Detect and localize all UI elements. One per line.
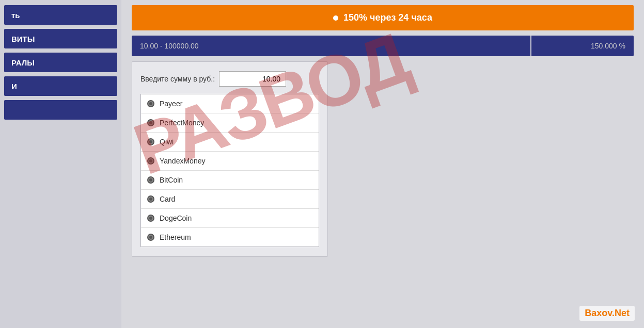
radio-qiwi[interactable] [147,138,154,145]
payment-item-qiwi[interactable]: Qiwi [141,133,319,152]
header-dot [333,15,338,21]
payment-item-yandexmoney[interactable]: YandexMoney [141,152,319,171]
payment-item-ethereum[interactable]: Ethereum [141,228,319,247]
radio-perfectmoney[interactable] [147,119,154,126]
range-row: 10.00 - 100000.00 150.000 % [132,36,634,56]
sidebar-item-5[interactable] [4,100,117,120]
payment-item-bitcoin[interactable]: BitCoin [141,171,319,190]
payment-item-perfectmoney[interactable]: PerfectMoney [141,113,319,133]
main-content: 150% через 24 часа 10.00 - 100000.00 150… [121,0,644,328]
radio-payeer[interactable] [147,100,154,107]
range-left: 10.00 - 100000.00 [132,36,530,56]
header-bar: 150% через 24 часа [132,5,634,30]
range-right: 150.000 % [530,36,634,56]
payment-name-card: Card [160,195,175,203]
payment-name-payeer: Payeer [160,100,182,108]
sidebar-item-3-label: РАЛЫ [11,58,35,67]
radio-card[interactable] [147,195,154,203]
amount-input[interactable] [219,71,286,87]
amount-label: Введите сумму в руб.: [140,75,215,83]
payment-list: Payeer PerfectMoney Qiwi YandexMoney Bit [140,94,319,247]
sidebar-item-4[interactable]: И [4,76,117,96]
sidebar-item-4-label: И [11,82,17,91]
sidebar-item-3[interactable]: РАЛЫ [4,53,117,72]
sidebar-item-1-label: ть [11,11,20,20]
sidebar-item-1[interactable]: ть [4,5,117,25]
amount-row: Введите сумму в руб.: [140,71,319,87]
sidebar-item-2[interactable]: ВИТЫ [4,29,117,48]
payment-name-qiwi: Qiwi [160,138,174,146]
radio-ethereum[interactable] [147,234,154,241]
payment-item-dogecoin[interactable]: DogeCoin [141,209,319,228]
payment-name-yandexmoney: YandexMoney [160,157,205,165]
payment-name-bitcoin: BitCoin [160,176,183,184]
payment-item-payeer[interactable]: Payeer [141,94,319,113]
payment-name-perfectmoney: PerfectMoney [160,119,204,127]
baxov-text2: Net [615,308,630,318]
sidebar-item-2-label: ВИТЫ [11,35,35,43]
radio-bitcoin[interactable] [147,176,154,184]
header-badge-text: 150% через 24 часа [343,12,432,23]
radio-dogecoin[interactable] [147,215,154,222]
payment-name-ethereum: Ethereum [160,233,191,241]
range-right-value: 150.000 % [591,42,625,50]
payment-name-dogecoin: DogeCoin [160,214,192,222]
form-section: Введите сумму в руб.: Payeer PerfectMone… [132,61,328,257]
payment-item-card[interactable]: Card [141,190,319,209]
sidebar: ть ВИТЫ РАЛЫ И [0,0,121,328]
radio-yandexmoney[interactable] [147,157,154,165]
baxov-badge: Baxov.Net [579,306,635,321]
range-left-value: 10.00 - 100000.00 [140,42,199,50]
baxov-text1: Baxov. [585,308,615,318]
